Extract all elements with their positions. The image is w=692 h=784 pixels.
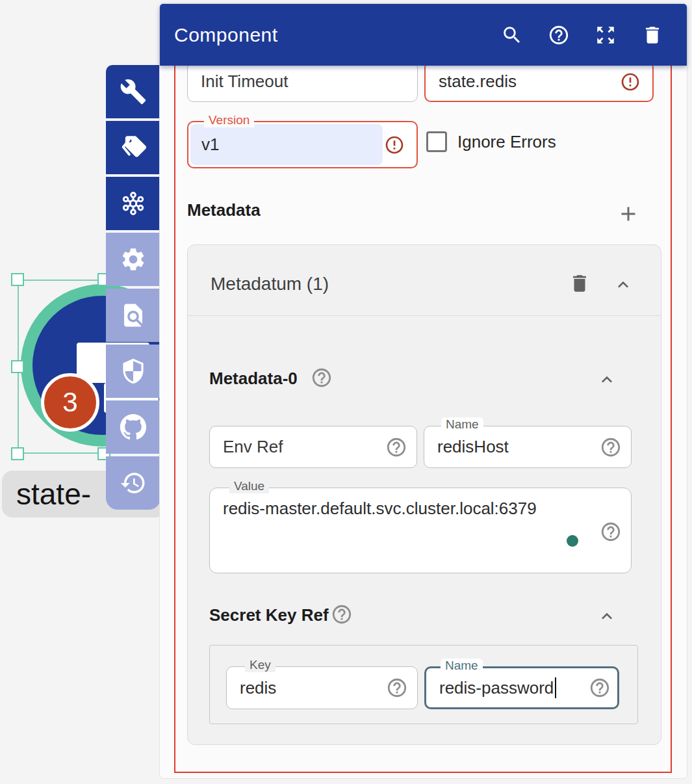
- add-metadata-button[interactable]: [617, 202, 640, 226]
- divider: [188, 315, 661, 316]
- toolbar-button-security[interactable]: [106, 345, 160, 398]
- metadatum-card: Metadatum (1) Metadata-0 Env Ref: [187, 244, 661, 745]
- init-timeout-label: Init Timeout: [188, 62, 417, 101]
- field-help[interactable]: [385, 436, 407, 458]
- value-label: Value: [229, 479, 269, 493]
- toolbar-button-labels[interactable]: [106, 121, 160, 174]
- init-timeout-field[interactable]: Init Timeout: [187, 61, 418, 102]
- version-value: v1: [188, 122, 416, 167]
- metadatum-title: Metadatum (1): [211, 274, 329, 294]
- tag-icon: [120, 134, 147, 161]
- secret-name-label: Name: [441, 659, 483, 673]
- help-icon: [331, 603, 353, 625]
- field-help[interactable]: [386, 677, 408, 699]
- error-count-badge: 3: [41, 373, 99, 432]
- component-panel: Component Init Timeout state.redis Versi…: [159, 3, 687, 779]
- find-in-page-icon: [120, 302, 147, 329]
- ignore-errors-checkbox[interactable]: [426, 131, 447, 152]
- secret-help[interactable]: [331, 603, 353, 625]
- secret-key-ref-box: Key redis Name redis-password: [209, 645, 638, 724]
- hub-icon: [120, 190, 147, 217]
- secret-name-field[interactable]: Name redis-password: [424, 666, 619, 709]
- version-field[interactable]: Version v1: [187, 121, 418, 168]
- name-label: Name: [441, 417, 483, 432]
- toolbar-button-connections[interactable]: [106, 177, 160, 230]
- gear-icon: [120, 246, 147, 273]
- metadata-value-field[interactable]: Value redis-master.default.svc.cluster.l…: [209, 488, 632, 573]
- error-icon: [384, 135, 405, 155]
- field-help[interactable]: [600, 436, 622, 458]
- selection-handle-mid-left[interactable]: [11, 360, 24, 373]
- chevron-up-icon: [596, 606, 617, 627]
- metadata-heading: Metadata: [187, 200, 261, 220]
- env-ref-field[interactable]: Env Ref: [209, 426, 417, 468]
- type-value: state.redis: [426, 62, 652, 101]
- toolbar-button-history[interactable]: [106, 456, 160, 510]
- help-icon: [311, 367, 333, 389]
- badge-count: 3: [62, 387, 77, 418]
- panel-title: Component: [174, 24, 278, 46]
- metadata-entry-heading: Metadata-0: [209, 369, 298, 389]
- search-icon[interactable]: [501, 24, 523, 46]
- metadata-entry-help[interactable]: [311, 367, 333, 389]
- collapse-entry-button[interactable]: [596, 369, 617, 390]
- collapse-secret-button[interactable]: [596, 606, 617, 627]
- selection-handle-bottom-left[interactable]: [11, 447, 24, 460]
- panel-header: Component: [160, 4, 687, 66]
- metadata-name-field[interactable]: Name redisHost: [424, 426, 632, 468]
- chevron-up-icon: [596, 369, 617, 390]
- selection-handle-top-left[interactable]: [11, 273, 24, 286]
- toolbar-button-properties[interactable]: [106, 65, 160, 118]
- secret-key-field[interactable]: Key redis: [226, 666, 418, 709]
- type-field[interactable]: state.redis: [424, 61, 654, 102]
- trash-icon: [569, 272, 591, 294]
- value-indicator-dot: [567, 535, 578, 547]
- history-icon: [120, 469, 147, 497]
- field-help[interactable]: [600, 521, 622, 543]
- app-root: 3 state- Component: [0, 0, 692, 784]
- secret-key-ref-heading: Secret Key Ref: [209, 605, 329, 625]
- version-label: Version: [204, 113, 254, 127]
- error-icon: [620, 72, 641, 92]
- field-help[interactable]: [589, 677, 611, 699]
- ignore-errors-label: Ignore Errors: [457, 131, 556, 152]
- github-icon: [120, 413, 147, 441]
- chevron-up-icon: [613, 274, 634, 295]
- collapse-metadatum-button[interactable]: [613, 274, 634, 295]
- shield-icon: [120, 358, 147, 385]
- expand-icon[interactable]: [595, 24, 617, 46]
- help-icon[interactable]: [548, 24, 570, 46]
- toolbar-button-github[interactable]: [106, 400, 160, 454]
- toolbar-button-settings[interactable]: [106, 233, 160, 286]
- text-cursor: [555, 677, 556, 698]
- value-value: redis-master.default.svc.cluster.local:6…: [223, 499, 537, 519]
- trash-icon[interactable]: [641, 24, 663, 46]
- delete-metadatum-button[interactable]: [569, 272, 591, 294]
- wrench-icon: [120, 78, 147, 105]
- plus-icon: [617, 202, 640, 226]
- toolbar-button-inspect[interactable]: [106, 289, 160, 342]
- key-label: Key: [245, 658, 276, 672]
